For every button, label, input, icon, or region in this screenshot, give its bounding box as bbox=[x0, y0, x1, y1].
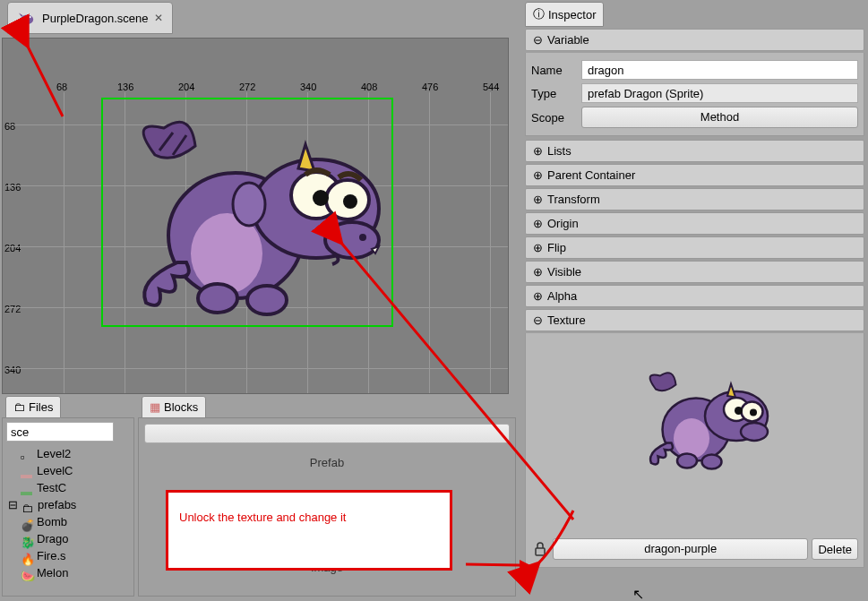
file-label: Fire.s bbox=[37, 547, 66, 564]
file-label: LevelC bbox=[37, 462, 73, 479]
files-tab[interactable]: 🗀Files bbox=[5, 396, 61, 418]
file-label: Bomb bbox=[37, 513, 67, 530]
file-item[interactable]: ▬TestC bbox=[6, 479, 130, 496]
folder-item[interactable]: ⊟🗀prefabs bbox=[6, 496, 130, 513]
expand-icon: ⊕ bbox=[533, 144, 542, 158]
ruler-y: 136 bbox=[4, 182, 21, 193]
ruler-y: 340 bbox=[4, 365, 21, 375]
file-item[interactable]: ▬LevelC bbox=[6, 462, 130, 479]
file-item[interactable]: ▫Level2 bbox=[6, 445, 130, 462]
file-item[interactable]: 🐉Drago bbox=[6, 530, 130, 547]
type-label: Type bbox=[531, 87, 576, 100]
svg-point-20 bbox=[735, 407, 743, 415]
expand-icon: ⊕ bbox=[533, 193, 542, 206]
file-label: Drago bbox=[37, 530, 68, 547]
inspector-tab-label: Inspector bbox=[548, 8, 596, 21]
texture-group-body: dragon-purple Delete bbox=[525, 333, 864, 568]
svg-point-1 bbox=[27, 15, 31, 20]
scene-tab-label: PurpleDragon.scene bbox=[42, 12, 149, 25]
file-item[interactable]: 🔥Fire.s bbox=[6, 547, 130, 564]
texture-group-head[interactable]: ⊖Texture bbox=[525, 309, 864, 331]
svg-point-2 bbox=[30, 16, 31, 18]
texture-group-label: Texture bbox=[547, 313, 586, 327]
texture-preview bbox=[633, 360, 777, 477]
blocks-tab[interactable]: ▦Blocks bbox=[142, 396, 206, 418]
expand-icon: ⊕ bbox=[533, 289, 542, 303]
svg-point-22 bbox=[741, 423, 768, 441]
annotation-text: Unlock the texture and change it bbox=[179, 511, 346, 524]
scene-icon: ▫ bbox=[21, 449, 33, 459]
collapse-icon: ⊖ bbox=[533, 313, 542, 327]
delete-texture-button[interactable]: Delete bbox=[812, 538, 858, 560]
svg-point-8 bbox=[313, 190, 329, 206]
ruler-y: 68 bbox=[4, 121, 15, 132]
name-input[interactable] bbox=[581, 60, 858, 80]
group-label: Origin bbox=[547, 217, 579, 230]
melon-icon: 🍉 bbox=[21, 568, 33, 579]
group-label: Alpha bbox=[547, 289, 577, 303]
group-label: Visible bbox=[547, 265, 581, 279]
ruler-x: 544 bbox=[483, 82, 499, 92]
lists-group-head[interactable]: ⊕Lists bbox=[525, 140, 864, 162]
svg-point-16 bbox=[674, 418, 709, 459]
variable-group-body: Name Typeprefab Dragon (Sprite) ScopeMet… bbox=[525, 53, 864, 136]
unlock-texture-button[interactable] bbox=[531, 539, 549, 559]
ruler-x: 204 bbox=[178, 82, 194, 92]
expand-icon: ⊕ bbox=[533, 265, 542, 279]
svg-point-0 bbox=[21, 14, 33, 24]
files-panel: 🗀Files ▫Level2 ▬LevelC ▬TestC ⊟🗀prefabs … bbox=[2, 394, 134, 601]
variable-group-label: Variable bbox=[547, 33, 589, 47]
file-item[interactable]: 🍉Melon bbox=[6, 564, 130, 581]
info-icon: ⓘ bbox=[533, 6, 545, 22]
type-display: prefab Dragon (Sprite) bbox=[581, 83, 858, 103]
fire-icon: 🔥 bbox=[21, 551, 33, 562]
scope-label: Scope bbox=[531, 111, 576, 124]
files-tab-label: Files bbox=[29, 400, 53, 414]
svg-point-12 bbox=[198, 284, 237, 313]
parent-container-group-head[interactable]: ⊕Parent Container bbox=[525, 164, 864, 186]
blocks-tab-label: Blocks bbox=[164, 400, 198, 414]
files-search-input[interactable] bbox=[6, 422, 114, 442]
ruler-y: 204 bbox=[4, 243, 21, 253]
dragon-sprite[interactable] bbox=[110, 101, 397, 325]
group-label: Parent Container bbox=[547, 168, 635, 182]
folder-icon: 🗀 bbox=[13, 400, 25, 414]
scene-tab[interactable]: PurpleDragon.scene ✕ bbox=[7, 2, 173, 34]
blocks-filter[interactable] bbox=[144, 424, 510, 443]
collapse-icon: ⊖ bbox=[533, 33, 542, 47]
svg-point-24 bbox=[702, 455, 722, 469]
origin-group-head[interactable]: ⊕Origin bbox=[525, 212, 864, 235]
group-label: Transform bbox=[547, 193, 600, 206]
ruler-x: 476 bbox=[422, 82, 438, 92]
visible-group-head[interactable]: ⊕Visible bbox=[525, 261, 864, 283]
ruler-x: 68 bbox=[56, 82, 67, 92]
file-label: Melon bbox=[37, 564, 68, 581]
ruler-x: 136 bbox=[117, 82, 133, 92]
group-label: Flip bbox=[547, 241, 566, 254]
scene-canvas[interactable]: 68 136 204 272 340 408 476 544 68 136 20… bbox=[2, 38, 509, 394]
dragon-icon bbox=[17, 10, 37, 26]
expand-icon: ⊕ bbox=[533, 241, 542, 254]
scene-icon: ▬ bbox=[21, 466, 33, 477]
ruler-y: 272 bbox=[4, 304, 21, 314]
texture-name-button[interactable]: dragon-purple bbox=[553, 538, 808, 560]
svg-point-23 bbox=[677, 454, 697, 468]
annotation-box: Unlock the texture and change it bbox=[166, 490, 452, 571]
blocks-icon: ▦ bbox=[150, 400, 160, 414]
prefab-section: Prefab bbox=[144, 451, 510, 475]
expand-icon: ⊕ bbox=[533, 217, 542, 230]
inspector-tab[interactable]: ⓘInspector bbox=[525, 2, 604, 27]
file-label: Level2 bbox=[37, 445, 71, 462]
ruler-x: 340 bbox=[300, 82, 316, 92]
dragon-icon: 🐉 bbox=[21, 534, 33, 545]
close-icon[interactable]: ✕ bbox=[154, 12, 163, 24]
alpha-group-head[interactable]: ⊕Alpha bbox=[525, 285, 864, 307]
file-item[interactable]: 💣Bomb bbox=[6, 513, 130, 530]
svg-point-10 bbox=[325, 222, 379, 258]
expand-icon: ⊕ bbox=[533, 168, 542, 182]
flip-group-head[interactable]: ⊕Flip bbox=[525, 236, 864, 259]
variable-group-head[interactable]: ⊖Variable bbox=[525, 29, 864, 51]
folder-icon: 🗀 bbox=[21, 500, 34, 511]
scope-button[interactable]: Method bbox=[581, 107, 858, 128]
transform-group-head[interactable]: ⊕Transform bbox=[525, 188, 864, 210]
